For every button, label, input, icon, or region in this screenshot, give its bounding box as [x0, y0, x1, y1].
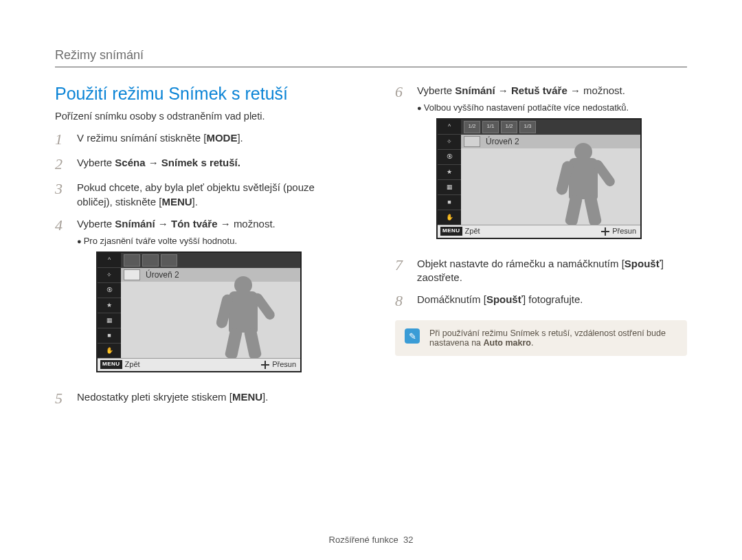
top-icon: 1/3 [519, 121, 536, 133]
top-icon: 1/1 [482, 121, 499, 133]
step-number: 5 [55, 390, 67, 407]
step-number: 7 [395, 257, 407, 285]
shutter-label: Spoušť [625, 258, 661, 269]
step-text: Vyberte [77, 157, 115, 168]
camera-top-strip [121, 253, 300, 268]
top-icon [124, 254, 140, 267]
arrow: → [218, 218, 234, 229]
bold-text: Snímání [115, 218, 155, 229]
top-icon: 1/2 [464, 121, 480, 133]
step-number: 2 [55, 156, 67, 172]
menu-icon: MENU [100, 360, 122, 369]
step-4: 4 Vyberte Snímání → Tón tváře → možnost.… [55, 217, 347, 382]
side-icon: ★ [438, 165, 461, 180]
tone-swatch [124, 269, 140, 280]
arrow: → [495, 85, 511, 96]
side-icon: ▦ [98, 313, 121, 328]
top-icon: 1/2 [501, 121, 517, 133]
step-2: 2 Vyberte Scéna → Snímek s retuší. [55, 156, 347, 172]
side-icon: ▦ [438, 180, 461, 195]
camera-side-icons: ^ ✧ ⦿ ★ ▦ ■ ✋ [438, 120, 461, 238]
side-icon: ✧ [98, 268, 121, 283]
dpad-icon [601, 227, 609, 236]
side-icon: ^ [98, 253, 121, 268]
step-text: Objekt nastavte do rámečku a namáčknutím… [417, 258, 625, 269]
back-label: Zpět [125, 359, 140, 370]
step-text: možnost. [234, 218, 276, 229]
bold-text: Scéna [115, 157, 145, 168]
step-5: 5 Nedostatky pleti skryjete stiskem [MEN… [55, 390, 347, 407]
header-divider [55, 67, 687, 67]
section-title: Použití režimu Snímek s retuší [55, 84, 347, 104]
camera-side-icons: ^ ✧ ⦿ ★ ▦ ■ ✋ [98, 253, 121, 371]
step-number: 8 [395, 293, 407, 309]
camera-screen-tone: ^ ✧ ⦿ ★ ▦ ■ ✋ [96, 251, 302, 372]
camera-top-strip: 1/2 1/1 1/2 1/3 [461, 120, 640, 135]
step-text: možnost. [583, 85, 625, 96]
menu-button-label: MENU [232, 391, 262, 403]
level-text: Úroveň 2 [146, 269, 179, 280]
move-label: Přesun [612, 226, 636, 236]
step-text: V režimu snímání stiskněte [ [77, 132, 206, 144]
step-number: 4 [55, 217, 67, 382]
person-silhouette [552, 143, 614, 225]
bold-text: Snímek s retuší [161, 157, 238, 168]
shutter-label: Spoušť [486, 293, 523, 305]
side-icon: ✋ [98, 344, 121, 359]
footer-section: Rozšířené funkce [329, 535, 398, 545]
note-box: ✎ Při používání režimu Snímek s retuší, … [395, 320, 687, 356]
step-text: Nedostatky pleti skryjete stiskem [ [77, 391, 232, 403]
step-3: 3 Pokud chcete, aby byla pleť objektu sv… [55, 181, 347, 209]
step-text: Domáčknutím [ [417, 293, 486, 305]
level-text: Úroveň 2 [486, 136, 519, 147]
note-text: Při používání režimu Snímek s retuší, vz… [429, 328, 677, 348]
step-4-bullet: Pro zjasnění tváře volte vyšší hodnotu. [77, 235, 347, 247]
step-8: 8 Domáčknutím [Spoušť] fotografujte. [395, 293, 687, 309]
tone-swatch [464, 136, 480, 147]
right-column: 6 Vyberte Snímání → Retuš tváře → možnos… [395, 84, 687, 415]
side-icon: ★ [98, 298, 121, 313]
back-label: Zpět [465, 226, 480, 236]
step-1: 1 V režimu snímání stiskněte [MODE]. [55, 131, 347, 148]
note-icon: ✎ [405, 328, 420, 344]
step-text: Vyberte [417, 85, 455, 96]
arrow: → [155, 218, 171, 229]
dpad-icon [261, 361, 269, 369]
left-column: Použití režimu Snímek s retuší Pořízení … [55, 84, 347, 415]
step-6: 6 Vyberte Snímání → Retuš tváře → možnos… [395, 84, 687, 249]
note-text-pre: Při používání režimu Snímek s retuší, vz… [429, 328, 666, 348]
bold-text: Snímání [455, 85, 495, 96]
camera-bottom-bar: MENU Zpět Přesun [98, 358, 300, 371]
arrow: → [567, 85, 583, 96]
mode-button-label: MODE [206, 132, 237, 144]
camera-bottom-bar: MENU Zpět Přesun [438, 225, 640, 238]
menu-icon: MENU [440, 227, 462, 236]
side-icon: ■ [98, 328, 121, 344]
header-topic: Režimy snímání [55, 48, 687, 63]
bold-text: Tón tváře [171, 218, 218, 229]
page-footer: Rozšířené funkce 32 [0, 535, 742, 545]
step-7: 7 Objekt nastavte do rámečku a namáčknut… [395, 257, 687, 285]
side-icon: ■ [438, 195, 461, 210]
person-silhouette [212, 276, 274, 359]
note-text-post: . [531, 338, 533, 348]
step-text: ] fotografujte. [523, 293, 583, 305]
move-label: Přesun [272, 359, 296, 370]
side-icon: ✧ [438, 135, 461, 150]
note-text-bold: Auto makro [484, 338, 531, 348]
section-intro: Pořízení snímku osoby s odstraněním vad … [55, 111, 347, 122]
camera-screen-retouch: ^ ✧ ⦿ ★ ▦ ■ ✋ 1/2 1/1 1/2 [436, 118, 642, 239]
side-icon: ✋ [438, 210, 461, 225]
step-text: ]. [192, 196, 198, 208]
step-6-bullet: Volbou vyššího nastavení potlačíte více … [417, 102, 687, 114]
side-icon: ⦿ [98, 283, 121, 298]
menu-button-label: MENU [161, 196, 192, 208]
top-icon [142, 254, 159, 267]
bold-text: Retuš tváře [511, 85, 567, 96]
side-icon: ^ [438, 120, 461, 135]
step-text: ]. [262, 391, 268, 403]
step-text: ]. [237, 132, 243, 144]
step-number: 6 [395, 84, 407, 249]
top-icon [161, 254, 177, 267]
step-text: . [238, 157, 240, 168]
